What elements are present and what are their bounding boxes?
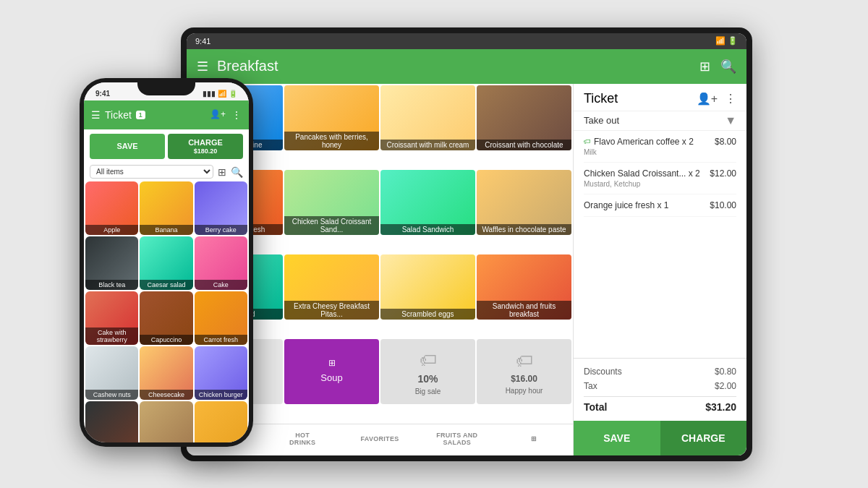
ticket-header-actions: 👤+ ⋮	[697, 92, 736, 106]
discounts-label: Discounts	[584, 367, 622, 377]
phone-header-icons: 👤+ ⋮	[210, 109, 242, 121]
phone-item-coffee[interactable]: Coffee	[85, 401, 138, 442]
tablet-search-icon[interactable]: 🔍	[720, 59, 736, 74]
phone-item-cake[interactable]: Cake	[195, 236, 247, 290]
phone-header: ☰ Ticket 1 👤+ ⋮	[84, 100, 249, 129]
menu-item-eggs-label: Scrambled eggs	[380, 309, 475, 320]
tablet-body: Tea with jasmine Pancakes with berries, …	[187, 84, 746, 455]
summary-discounts: Discounts $0.80	[584, 364, 736, 379]
tablet-menu-icon[interactable]: ☰	[197, 59, 208, 74]
tablet-header-title: Breakfast	[217, 58, 699, 74]
menu-item-eggs[interactable]: Scrambled eggs	[380, 254, 475, 320]
menu-item-soup[interactable]: ⊞ Soup	[284, 339, 379, 404]
menu-item-big-sale[interactable]: 🏷 10% Big sale	[380, 339, 475, 404]
tab-hot-drinks[interactable]: HOTDRINKS	[264, 424, 341, 455]
phone-notch	[137, 78, 195, 95]
menu-item-pancakes[interactable]: Pancakes with berries, honey	[284, 85, 379, 150]
phone-item-black-tea[interactable]: Black tea	[85, 236, 138, 290]
phone-charge-button[interactable]: CHARGE $180.20	[168, 134, 243, 160]
phone-item-caesar[interactable]: Caesar salad	[140, 236, 192, 290]
tablet-barcode-icon[interactable]: ⊞	[699, 59, 710, 74]
phone-item-croissant[interactable]: Croissant	[195, 401, 247, 442]
menu-item-ck-salad-label: Chicken Salad Croissant Sand...	[284, 216, 379, 235]
phone-item-chicken-burger[interactable]: Chicken burger	[195, 346, 247, 400]
summary-total: Total $31.20	[584, 396, 736, 415]
tablet: 9:41 📶 🔋 ☰ Breakfast ⊞ 🔍	[181, 27, 752, 461]
discounts-value: $0.80	[715, 367, 736, 377]
menu-item-sandwich-fruits[interactable]: Sandwich and fruits breakfast	[477, 254, 571, 320]
phone-item-banana[interactable]: Banana	[140, 181, 192, 235]
phone-item-caesar-label: Caesar salad	[140, 280, 192, 290]
scene: 9:41 📶 🔋 ☰ Breakfast ⊞ 🔍	[36, 20, 832, 468]
ticket-more-icon[interactable]: ⋮	[725, 92, 736, 106]
menu-item-extra-label: Extra Cheesy Breakfast Pitas...	[284, 301, 379, 320]
phone-item-cake-straw[interactable]: Cake with strawberry	[85, 291, 138, 345]
ticket-item-coffee-price: $8.00	[715, 137, 736, 147]
phone-item-cashew[interactable]: Cashew nuts	[85, 346, 138, 400]
menu-item-croissant-choc[interactable]: Croissant with chocolate	[477, 85, 571, 150]
tab-grid[interactable]: ⊞	[495, 424, 573, 455]
phone-filter-select[interactable]: All items	[90, 165, 213, 179]
ticket-item-coffee: 🏷 Flavo American coffee x 2 $8.00 Milk	[584, 131, 736, 163]
menu-item-croissant-milk[interactable]: Croissant with milk cream	[380, 85, 475, 150]
tablet-status-bar: 9:41 📶 🔋	[187, 33, 746, 49]
tab-fruits-salads[interactable]: FRUITS ANDSALADS	[418, 424, 495, 455]
price-tag-icon: 🏷	[584, 137, 591, 145]
phone-item-banana-label: Banana	[140, 225, 192, 235]
menu-item-waffles[interactable]: Waffles in chocolate paste	[477, 170, 571, 235]
takeout-selector[interactable]: Take out ▼	[574, 111, 746, 131]
tab-favorites[interactable]: FAVORITES	[341, 424, 419, 455]
ticket-item-oj-name: Orange juice fresh x 1	[584, 200, 710, 210]
takeout-label: Take out	[584, 115, 619, 126]
ticket-panel: Ticket 👤+ ⋮ Take out ▼	[573, 84, 746, 455]
menu-item-salad-sand-label: Salad Sandwich	[380, 224, 475, 235]
phone-charge-label: CHARGE	[168, 138, 243, 147]
menu-item-pancakes-label: Pancakes with berries, honey	[284, 132, 379, 150]
ticket-title: Ticket	[584, 91, 697, 106]
menu-item-sandwich-fruits-label: Sandwich and fruits breakfast	[477, 301, 571, 320]
menu-item-ck-salad[interactable]: Chicken Salad Croissant Sand...	[284, 170, 379, 235]
ticket-summary: Discounts $0.80 Tax $2.00 Total $31.20	[574, 358, 746, 421]
phone-item-apple[interactable]: Apple	[85, 181, 138, 235]
phone-filter-row: All items ⊞ 🔍	[84, 163, 249, 180]
ticket-item-croissant-name: Chicken Salad Croissant... x 2	[584, 168, 710, 179]
phone-grid: Apple Banana Berry cake Black tea Caesar…	[84, 180, 249, 442]
phone-time: 9:41	[95, 90, 110, 98]
phone-more-icon[interactable]: ⋮	[231, 109, 242, 121]
tablet-charge-button[interactable]: CHARGE	[660, 421, 747, 455]
ticket-item-oj: Orange juice fresh x 1 $10.00	[584, 194, 736, 217]
phone: 9:41 ▮▮▮ 📶 🔋 ☰ Ticket 1 👤+ ⋮ SAVE CH	[80, 78, 253, 447]
takeout-chevron-icon: ▼	[725, 114, 736, 127]
phone-item-cookies[interactable]: Cookies	[140, 401, 192, 442]
phone-save-button[interactable]: SAVE	[90, 134, 165, 160]
phone-menu-icon[interactable]: ☰	[91, 109, 101, 121]
ticket-item-coffee-mod: Milk	[584, 148, 736, 156]
tablet-save-button[interactable]: SAVE	[574, 421, 660, 455]
menu-item-happy-hour[interactable]: 🏷 $16.00 Happy hour	[477, 339, 571, 404]
phone-item-cheesecake[interactable]: Cheesecake	[140, 346, 192, 400]
menu-item-waffles-label: Waffles in chocolate paste	[477, 224, 571, 235]
menu-item-croissant-milk-label: Croissant with milk cream	[380, 140, 475, 150]
add-customer-icon[interactable]: 👤+	[697, 92, 718, 106]
phone-charge-amount: $180.20	[168, 147, 243, 155]
phone-search-icon[interactable]: 🔍	[231, 166, 243, 178]
phone-item-carrot[interactable]: Carrot fresh	[195, 291, 247, 345]
phone-item-capuccino-label: Capuccino	[140, 335, 192, 345]
ticket-items-list: 🏷 Flavo American coffee x 2 $8.00 Milk C…	[574, 131, 746, 358]
phone-item-cashew-label: Cashew nuts	[85, 390, 138, 400]
phone-header-title: Ticket 1	[105, 109, 210, 121]
ticket-item-croissant-price: $12.00	[710, 168, 736, 179]
phone-barcode-icon[interactable]: ⊞	[218, 166, 226, 178]
phone-add-customer-icon[interactable]: 👤+	[210, 109, 226, 121]
ticket-header: Ticket 👤+ ⋮	[574, 84, 746, 111]
phone-item-berry-cake-label: Berry cake	[195, 225, 247, 235]
phone-item-berry-cake[interactable]: Berry cake	[195, 181, 247, 235]
menu-item-salad-sand[interactable]: Salad Sandwich	[380, 170, 475, 235]
tablet-battery-wifi: 📶 🔋	[715, 36, 738, 46]
ticket-item-coffee-name: 🏷 Flavo American coffee x 2	[584, 137, 715, 147]
phone-ticket-badge: 1	[136, 111, 145, 119]
phone-item-apple-label: Apple	[85, 225, 138, 235]
phone-item-capuccino[interactable]: Capuccino	[140, 291, 192, 345]
phone-ticket-label: Ticket	[105, 109, 132, 121]
menu-item-extra[interactable]: Extra Cheesy Breakfast Pitas...	[284, 254, 379, 320]
